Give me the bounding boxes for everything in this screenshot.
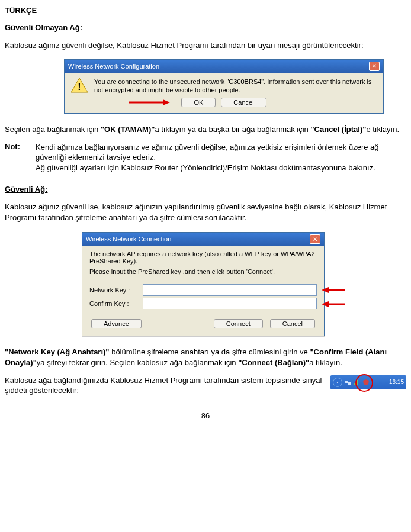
- close-icon[interactable]: ✕: [369, 62, 380, 71]
- connect-button[interactable]: Connect: [214, 319, 263, 328]
- text-span: a tıklayın.: [309, 358, 342, 367]
- svg-text:!: !: [78, 82, 81, 92]
- text-span: a tıklayın ya da başka bir ağa bağlanmak…: [155, 125, 310, 134]
- svg-marker-5: [322, 287, 329, 293]
- secured-intro-paragraph: Kablosuz ağınız güvenli ise, kablosuz ağ…: [5, 202, 406, 223]
- dialog-instruction-1: The network AP requires a network key (a…: [89, 250, 317, 265]
- secured-network-header: Güvenli Ağ:: [5, 185, 406, 194]
- confirm-key-input[interactable]: [143, 298, 317, 309]
- dialog-title-text: Wireless Network Configuration: [68, 63, 159, 70]
- text-span: ya şifreyi tekrar girin. Seçilen kablosu…: [37, 358, 238, 367]
- text-span: Seçilen ağa bağlanmak için: [5, 125, 101, 134]
- dialog-warning-message: You are connecting to the unsecured netw…: [94, 78, 377, 95]
- unsecured-network-header: Güvenli Olmayan Ağ:: [5, 23, 406, 32]
- systray-text: Kablosuz ağa bağlandığınızda Kablosuz Hi…: [5, 375, 325, 396]
- dialog-titlebar: Wireless Network Connection ✕: [82, 233, 324, 246]
- cancel-button[interactable]: Cancel: [221, 98, 266, 107]
- dialog-title-text: Wireless Network Connection: [86, 236, 171, 243]
- taskbar-time: 16:15: [389, 379, 404, 385]
- svg-marker-3: [163, 99, 170, 105]
- advance-button[interactable]: Advance: [91, 319, 142, 328]
- red-arrow-icon: [322, 286, 345, 295]
- network-key-input[interactable]: [143, 284, 317, 296]
- ok-button[interactable]: OK: [181, 98, 216, 107]
- svg-rect-10: [354, 383, 355, 385]
- note-text-2: Ağ güvenliği ayarları için Kablosuz Rout…: [36, 163, 375, 172]
- dialog-instruction-2: Please input the PreShared key ,and then…: [89, 268, 317, 275]
- confirm-key-label: Confirm Key :: [89, 300, 143, 307]
- warning-icon: !: [70, 78, 88, 93]
- close-icon[interactable]: ✕: [310, 234, 320, 244]
- ok-bold-span: "OK (TAMAM)": [101, 125, 155, 134]
- svg-rect-9: [348, 382, 351, 385]
- systray-block: Kablosuz ağa bağlandığınızda Kablosuz Hi…: [5, 375, 406, 396]
- red-arrow-icon: [322, 301, 345, 309]
- network-key-dialog: Wireless Network Connection ✕ The networ…: [82, 232, 325, 336]
- cancel-button[interactable]: Cancel: [270, 319, 315, 328]
- svg-marker-7: [322, 301, 329, 307]
- note-label: Not:: [5, 142, 36, 173]
- taskbar: ‹ 16:15: [330, 375, 406, 389]
- page-number: 86: [5, 411, 406, 420]
- text-span: bölümüne şifreleme anahtarı ya da şifre …: [110, 347, 310, 356]
- unsecured-intro-paragraph: Kablosuz ağınız güvenli değilse, Kablosu…: [5, 40, 406, 51]
- language-label: TÜRKÇE: [5, 6, 406, 15]
- text-span: e tıklayın.: [366, 125, 399, 134]
- network-icon[interactable]: [345, 379, 352, 386]
- note-body: Kendi ağınıza bağlanıyorsanız ve ağınız …: [36, 142, 406, 173]
- note-text-1: Kendi ağınıza bağlanıyorsanız ve ağınız …: [36, 143, 379, 162]
- note-block: Not: Kendi ağınıza bağlanıyorsanız ve ağ…: [5, 142, 406, 173]
- post-dialog-paragraph: Seçilen ağa bağlanmak için "OK (TAMAM)"a…: [5, 124, 406, 135]
- warning-dialog: Wireless Network Configuration ✕ ! You a…: [64, 59, 384, 114]
- cancel-bold-span: "Cancel (İptal)": [310, 125, 366, 134]
- network-key-bold: "Network Key (Ağ Anahtarı)": [5, 347, 110, 356]
- network-key-label: Network Key :: [89, 286, 143, 294]
- connect-bold: "Connect (Bağlan)": [238, 358, 309, 367]
- dialog-titlebar: Wireless Network Configuration ✕: [65, 60, 383, 73]
- post-dialog2-paragraph: "Network Key (Ağ Anahtarı)" bölümüne şif…: [5, 347, 406, 367]
- red-arrow-icon: [129, 99, 170, 107]
- tray-expand-icon[interactable]: ‹: [333, 378, 342, 387]
- red-highlight-circle: [355, 374, 373, 392]
